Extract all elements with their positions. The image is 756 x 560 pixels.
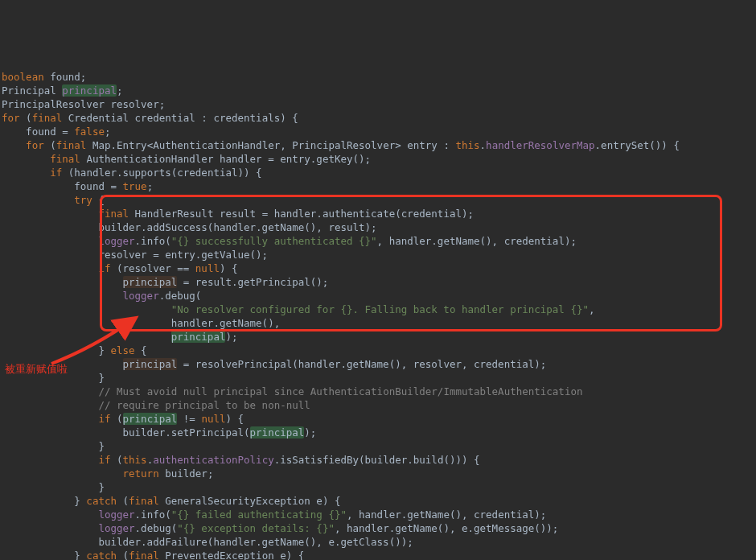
- code-text: handler.getName(),: [2, 317, 280, 329]
- keyword-if: if: [98, 454, 110, 466]
- code-text: .isSatisfiedBy(builder.build())) {: [274, 454, 480, 466]
- keyword-null: null: [195, 262, 220, 274]
- keyword-if: if: [50, 167, 62, 179]
- identifier-principal: principal: [123, 413, 178, 425]
- code-text: [2, 385, 98, 397]
- code-text: [2, 208, 98, 220]
- code-text: found =: [2, 126, 74, 138]
- string-literal: "{} failed authenticating {}": [171, 509, 347, 521]
- code-text: .info(: [135, 235, 171, 247]
- code-text: [2, 276, 123, 288]
- keyword-try: try: [74, 194, 92, 206]
- keyword-return: return: [123, 467, 159, 480]
- code-text: (handler.supports(credential)) {: [62, 167, 261, 179]
- code-text: AuthenticationHandler handler = entry.ge…: [80, 153, 371, 165]
- code-text: resolver = entry.getValue();: [2, 249, 268, 261]
- code-text: );: [225, 331, 237, 343]
- code-text: (: [117, 550, 129, 560]
- code-text: GeneralSecurityException e) {: [159, 495, 341, 507]
- code-text: [2, 262, 98, 274]
- code-text: .debug(: [135, 522, 178, 534]
- code-text: [2, 167, 50, 179]
- code-text: , handler.getName(), e.getMessage());: [335, 522, 558, 534]
- keyword-catch: catch: [86, 550, 117, 560]
- code-text: , handler.getName(), credential);: [377, 235, 577, 247]
- code-text: .debug(: [159, 290, 202, 302]
- string-literal: "No resolver configured for {}. Falling …: [171, 303, 589, 315]
- code-text: ;: [147, 180, 154, 192]
- identifier-principal: principal: [171, 331, 226, 343]
- code-text: (: [117, 495, 129, 507]
- code-text: ;: [117, 84, 123, 97]
- keyword-final: final: [56, 139, 87, 151]
- keyword-false: false: [74, 126, 105, 138]
- string-literal: "{} exception details: {}": [177, 522, 335, 534]
- keyword-boolean: boolean: [2, 71, 44, 83]
- string-literal: "{} successfully authenticated {}": [171, 235, 377, 247]
- code-text: }: [2, 344, 110, 356]
- keyword-null: null: [201, 413, 225, 425]
- code-text: );: [304, 426, 316, 439]
- code-text: [2, 331, 171, 343]
- code-text: [2, 303, 171, 315]
- code-text: ) {: [226, 413, 244, 425]
- comment: // Must avoid null principal since Authe…: [98, 385, 582, 397]
- code-text: PreventedException e) {: [159, 550, 305, 560]
- keyword-final: final: [129, 495, 159, 507]
- code-text: = result.getPrincipal();: [177, 276, 328, 288]
- keyword-else: else: [110, 344, 134, 356]
- code-text: (: [110, 454, 122, 466]
- code-text: }: [2, 495, 86, 507]
- code-text: {: [92, 194, 105, 206]
- code-text: PrincipalResolver resolver;: [2, 98, 165, 110]
- code-text: [2, 467, 123, 480]
- code-text: (: [44, 139, 56, 151]
- code-text: [2, 522, 98, 534]
- keyword-final: final: [98, 208, 129, 220]
- code-text: ,: [589, 303, 595, 315]
- code-text: ;: [105, 126, 111, 138]
- code-text: !=: [177, 413, 201, 425]
- code-text: .: [480, 139, 487, 151]
- code-text: [2, 413, 98, 425]
- code-text: found =: [2, 180, 123, 192]
- keyword-if: if: [98, 413, 110, 425]
- code-text: [2, 194, 74, 206]
- code-text: , handler.getName(), credential);: [347, 509, 546, 521]
- field-authenticationPolicy: authenticationPolicy: [153, 454, 274, 466]
- code-text: builder.addSuccess(handler.getName(), re…: [2, 221, 377, 233]
- code-text: Credential credential : credentials) {: [62, 112, 298, 124]
- keyword-this: this: [455, 139, 479, 151]
- code-text: [2, 139, 26, 151]
- field-logger: logger: [98, 522, 134, 534]
- keyword-catch: catch: [86, 495, 117, 507]
- code-text: Map.Entry<AuthenticationHandler, Princip…: [86, 139, 455, 151]
- field-logger: logger: [98, 235, 134, 247]
- comment: // require principal to be non-null: [98, 399, 310, 411]
- keyword-final: final: [50, 153, 80, 165]
- code-text: builder;: [159, 467, 214, 480]
- code-text: (resolver ==: [110, 262, 195, 274]
- keyword-if: if: [98, 262, 110, 274]
- keyword-for: for: [26, 139, 44, 151]
- code-text: [2, 290, 123, 302]
- code-text: }: [2, 481, 105, 493]
- code-text: }: [2, 550, 86, 560]
- code-text: {: [135, 344, 147, 356]
- code-text: .entrySet()) {: [595, 139, 680, 151]
- code-text: found;: [44, 71, 87, 83]
- code-text: (: [20, 112, 32, 124]
- code-text: }: [2, 440, 105, 452]
- code-text: HandlerResult result = handler.authentic…: [129, 208, 474, 220]
- keyword-this: this: [123, 454, 147, 466]
- code-text: [2, 153, 50, 165]
- code-text: builder.addFailure(handler.getName(), e.…: [2, 536, 413, 548]
- field-handlerResolverMap: handlerResolverMap: [486, 139, 594, 151]
- field-logger: logger: [98, 509, 134, 521]
- code-text: [2, 509, 98, 521]
- code-text: [2, 399, 98, 411]
- code-editor[interactable]: boolean found; Principal principal; Prin…: [0, 55, 756, 560]
- code-text: .info(: [135, 509, 171, 521]
- keyword-final: final: [129, 550, 159, 560]
- identifier-principal: principal: [250, 426, 305, 439]
